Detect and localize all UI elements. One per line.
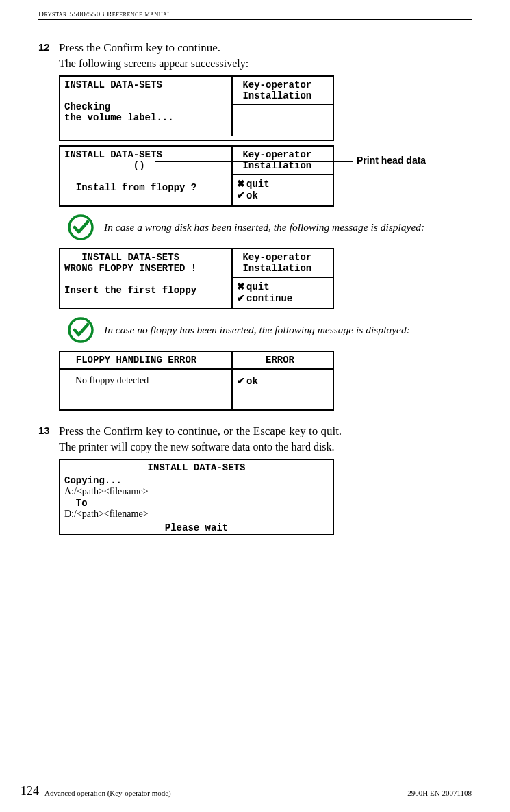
check-badge-icon bbox=[67, 214, 94, 241]
screen3-left: INSTALL DATA-SETS WRONG FLOPPY INSERTED … bbox=[60, 249, 233, 308]
callout-label: Print head data bbox=[357, 155, 426, 166]
screen4-right-bot: ✔ok bbox=[233, 370, 333, 392]
check-icon: ✔ bbox=[237, 292, 246, 303]
screen-2: INSTALL DATA-SETS () Install from floppy… bbox=[59, 145, 480, 207]
footer-right: 2900H EN 20071108 bbox=[407, 789, 472, 797]
note-2: In case no floppy has been inserted, the… bbox=[67, 316, 480, 344]
screen4-right-top: ERROR bbox=[233, 352, 333, 370]
step-13: 13 Press the Confirm key to continue, or… bbox=[38, 424, 480, 540]
screen1-left: INSTALL DATA-SETS Checking the volume la… bbox=[60, 77, 233, 136]
check-icon: ✔ bbox=[237, 375, 246, 386]
step-title: Press the Confirm key to continue, or th… bbox=[59, 424, 480, 438]
note-1: In case a wrong disk has been inserted, … bbox=[67, 214, 480, 241]
check-badge-icon bbox=[67, 316, 94, 344]
svg-point-0 bbox=[69, 216, 92, 239]
note-text: In case no floppy has been inserted, the… bbox=[104, 324, 410, 336]
step-12: 12 Press the Confirm key to continue. Th… bbox=[38, 41, 480, 415]
no-floppy-text: No floppy detected bbox=[75, 375, 149, 386]
screen2-left: INSTALL DATA-SETS () Install from floppy… bbox=[60, 147, 233, 205]
screen-1: INSTALL DATA-SETS Checking the volume la… bbox=[59, 75, 480, 141]
svg-point-1 bbox=[69, 318, 92, 342]
cross-icon: ✖ bbox=[237, 281, 246, 292]
screen5-l5: Please wait bbox=[60, 520, 333, 535]
screen-5: INSTALL DATA-SETS Copying... A:/<path><f… bbox=[59, 459, 480, 535]
footer-left: Advanced operation (Key-operator mode) bbox=[44, 789, 407, 797]
screen4-left-top: FLOPPY HANDLING ERROR bbox=[60, 352, 231, 370]
screen5-l1: Copying... bbox=[60, 475, 333, 486]
continue-label: continue bbox=[246, 293, 292, 304]
page-body: 12 Press the Confirm key to continue. Th… bbox=[38, 37, 480, 540]
step-number: 12 bbox=[38, 41, 59, 415]
page-footer: 124 Advanced operation (Key-operator mod… bbox=[21, 781, 472, 797]
page-number: 124 bbox=[21, 784, 39, 798]
ok-label: ok bbox=[246, 376, 258, 387]
screen5-title: INSTALL DATA-SETS bbox=[60, 460, 333, 475]
running-head: Drystar 5500/5503 Reference manual bbox=[38, 10, 472, 20]
step-number: 13 bbox=[38, 424, 59, 540]
step-subtext: The printer will copy the new software d… bbox=[59, 441, 480, 453]
screen5-l3: To bbox=[60, 498, 333, 509]
cross-icon: ✖ bbox=[237, 178, 246, 189]
step-title: Press the Confirm key to continue. bbox=[59, 41, 480, 55]
strike-line bbox=[248, 161, 330, 162]
screen-3: INSTALL DATA-SETS WRONG FLOPPY INSERTED … bbox=[59, 248, 480, 309]
screen2-right-bot: ✖quit ✔ok bbox=[233, 175, 333, 204]
quit-label: quit bbox=[246, 179, 270, 190]
screen1-right-top: Key-operator Installation bbox=[233, 77, 333, 105]
note-text: In case a wrong disk has been inserted, … bbox=[104, 221, 424, 233]
ok-label: ok bbox=[246, 190, 258, 201]
screen1-right-bot bbox=[233, 105, 333, 140]
check-icon: ✔ bbox=[237, 190, 246, 201]
quit-label: quit bbox=[246, 281, 270, 292]
screen3-right-bot: ✖quit ✔continue bbox=[233, 278, 333, 307]
screen5-l2: A:/<path><filename> bbox=[60, 486, 333, 497]
screen-4: FLOPPY HANDLING ERROR No floppy detected… bbox=[59, 351, 480, 411]
screen4-left-bot: No floppy detected bbox=[60, 370, 231, 409]
screen3-right-top: Key-operator Installation bbox=[233, 249, 333, 278]
screen5-l4: D:/<path><filename> bbox=[60, 509, 333, 520]
step-subtext: The following screens appear successivel… bbox=[59, 58, 480, 70]
